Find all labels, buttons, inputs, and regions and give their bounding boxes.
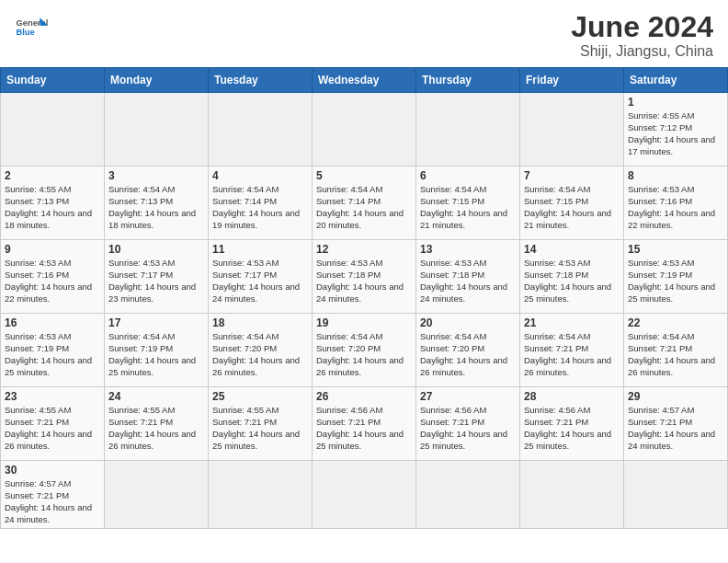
day-info: Sunrise: 4:55 AMSunset: 7:21 PMDaylight:… [108,405,204,452]
svg-text:Blue: Blue [16,28,34,37]
calendar-day: 25Sunrise: 4:55 AMSunset: 7:21 PMDayligh… [209,387,313,461]
calendar-day: 10Sunrise: 4:53 AMSunset: 7:17 PMDayligh… [105,240,209,314]
day-info: Sunrise: 4:53 AMSunset: 7:17 PMDaylight:… [108,258,204,304]
calendar-week-row: 2Sunrise: 4:55 AMSunset: 7:13 PMDaylight… [1,167,728,240]
day-info: Sunrise: 4:55 AMSunset: 7:13 PMDaylight:… [5,184,100,231]
day-info: Sunrise: 4:53 AMSunset: 7:17 PMDaylight:… [212,258,308,304]
day-number: 1 [628,96,723,109]
day-number: 23 [5,390,100,403]
day-number: 10 [108,243,204,256]
calendar-day: 4Sunrise: 4:54 AMSunset: 7:14 PMDaylight… [209,167,313,240]
day-number: 3 [108,169,204,182]
day-info: Sunrise: 4:54 AMSunset: 7:19 PMDaylight:… [108,331,204,378]
day-number: 2 [5,169,100,182]
day-info: Sunrise: 4:53 AMSunset: 7:18 PMDaylight:… [316,258,412,304]
calendar-day [209,461,313,529]
calendar-day: 30Sunrise: 4:57 AMSunset: 7:21 PMDayligh… [1,461,105,529]
weekday-friday: Friday [520,68,624,93]
day-info: Sunrise: 4:57 AMSunset: 7:21 PMDaylight:… [628,405,723,452]
day-number: 17 [108,316,204,329]
calendar-day: 3Sunrise: 4:54 AMSunset: 7:13 PMDaylight… [105,167,209,240]
day-number: 16 [5,316,100,329]
day-info: Sunrise: 4:55 AMSunset: 7:12 PMDaylight:… [628,110,723,157]
calendar-day [105,461,209,529]
day-number: 4 [212,169,308,182]
calendar-day: 27Sunrise: 4:56 AMSunset: 7:21 PMDayligh… [416,387,520,461]
calendar-day: 6Sunrise: 4:54 AMSunset: 7:15 PMDaylight… [416,167,520,240]
calendar-week-row: 23Sunrise: 4:55 AMSunset: 7:21 PMDayligh… [1,387,728,461]
day-number: 13 [420,243,516,256]
day-info: Sunrise: 4:54 AMSunset: 7:20 PMDaylight:… [420,331,516,378]
calendar-day: 14Sunrise: 4:53 AMSunset: 7:18 PMDayligh… [520,240,624,314]
day-info: Sunrise: 4:54 AMSunset: 7:14 PMDaylight:… [212,184,308,231]
calendar-day: 29Sunrise: 4:57 AMSunset: 7:21 PMDayligh… [624,387,728,461]
calendar-day: 26Sunrise: 4:56 AMSunset: 7:21 PMDayligh… [313,387,416,461]
calendar-day [313,93,416,167]
calendar-day: 9Sunrise: 4:53 AMSunset: 7:16 PMDaylight… [1,240,105,314]
day-number: 27 [420,390,516,403]
weekday-monday: Monday [105,68,209,93]
day-info: Sunrise: 4:54 AMSunset: 7:15 PMDaylight:… [524,184,620,231]
calendar-day [416,461,520,529]
day-number: 9 [5,243,100,256]
day-number: 5 [316,169,412,182]
day-info: Sunrise: 4:54 AMSunset: 7:20 PMDaylight:… [316,331,412,378]
logo-icon: General Blue [15,11,48,44]
calendar-day [624,461,728,529]
day-number: 12 [316,243,412,256]
calendar-day: 5Sunrise: 4:54 AMSunset: 7:14 PMDaylight… [313,167,416,240]
weekday-wednesday: Wednesday [313,68,416,93]
month-year: June 2024 [571,11,713,43]
day-number: 8 [628,169,723,182]
calendar-day [105,93,209,167]
day-number: 24 [108,390,204,403]
day-info: Sunrise: 4:54 AMSunset: 7:13 PMDaylight:… [108,184,204,231]
day-info: Sunrise: 4:56 AMSunset: 7:21 PMDaylight:… [524,405,620,452]
day-info: Sunrise: 4:53 AMSunset: 7:18 PMDaylight:… [420,258,516,304]
calendar-day: 18Sunrise: 4:54 AMSunset: 7:20 PMDayligh… [209,314,313,387]
day-number: 20 [420,316,516,329]
calendar-day: 13Sunrise: 4:53 AMSunset: 7:18 PMDayligh… [416,240,520,314]
day-number: 26 [316,390,412,403]
day-info: Sunrise: 4:56 AMSunset: 7:21 PMDaylight:… [420,405,516,452]
day-info: Sunrise: 4:54 AMSunset: 7:21 PMDaylight:… [524,331,620,378]
calendar-day: 16Sunrise: 4:53 AMSunset: 7:19 PMDayligh… [1,314,105,387]
day-number: 22 [628,316,723,329]
calendar-week-row: 30Sunrise: 4:57 AMSunset: 7:21 PMDayligh… [1,461,728,529]
day-info: Sunrise: 4:53 AMSunset: 7:16 PMDaylight:… [5,258,100,304]
weekday-saturday: Saturday [624,68,728,93]
calendar-day: 22Sunrise: 4:54 AMSunset: 7:21 PMDayligh… [624,314,728,387]
day-info: Sunrise: 4:54 AMSunset: 7:20 PMDaylight:… [212,331,308,378]
calendar-day: 23Sunrise: 4:55 AMSunset: 7:21 PMDayligh… [1,387,105,461]
day-info: Sunrise: 4:54 AMSunset: 7:15 PMDaylight:… [420,184,516,231]
day-number: 11 [212,243,308,256]
day-number: 28 [524,390,620,403]
day-number: 15 [628,243,723,256]
calendar-table: SundayMondayTuesdayWednesdayThursdayFrid… [0,67,728,529]
calendar-day: 11Sunrise: 4:53 AMSunset: 7:17 PMDayligh… [209,240,313,314]
weekday-thursday: Thursday [416,68,520,93]
calendar-day: 8Sunrise: 4:53 AMSunset: 7:16 PMDaylight… [624,167,728,240]
day-number: 29 [628,390,723,403]
calendar-day: 21Sunrise: 4:54 AMSunset: 7:21 PMDayligh… [520,314,624,387]
calendar-day: 17Sunrise: 4:54 AMSunset: 7:19 PMDayligh… [105,314,209,387]
day-info: Sunrise: 4:55 AMSunset: 7:21 PMDaylight:… [212,405,308,452]
logo: General Blue [15,11,48,44]
calendar-day [209,93,313,167]
weekday-tuesday: Tuesday [209,68,313,93]
day-number: 21 [524,316,620,329]
day-info: Sunrise: 4:57 AMSunset: 7:21 PMDaylight:… [5,478,100,525]
calendar-week-row: 16Sunrise: 4:53 AMSunset: 7:19 PMDayligh… [1,314,728,387]
title-block: June 2024 Shiji, Jiangsu, China [571,11,713,60]
day-info: Sunrise: 4:56 AMSunset: 7:21 PMDaylight:… [316,405,412,452]
calendar-week-row: 9Sunrise: 4:53 AMSunset: 7:16 PMDaylight… [1,240,728,314]
calendar-week-row: 1Sunrise: 4:55 AMSunset: 7:12 PMDaylight… [1,93,728,167]
calendar-day: 12Sunrise: 4:53 AMSunset: 7:18 PMDayligh… [313,240,416,314]
day-number: 7 [524,169,620,182]
day-number: 14 [524,243,620,256]
calendar-day: 28Sunrise: 4:56 AMSunset: 7:21 PMDayligh… [520,387,624,461]
day-info: Sunrise: 4:54 AMSunset: 7:14 PMDaylight:… [316,184,412,231]
weekday-sunday: Sunday [1,68,105,93]
day-info: Sunrise: 4:54 AMSunset: 7:21 PMDaylight:… [628,331,723,378]
day-info: Sunrise: 4:53 AMSunset: 7:18 PMDaylight:… [524,258,620,304]
